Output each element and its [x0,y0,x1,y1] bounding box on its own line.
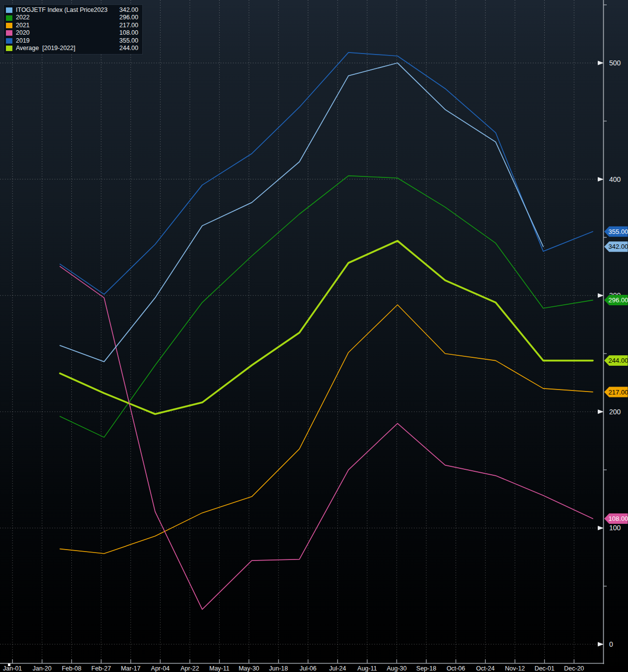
x-axis-tick-label: Aug-30 [387,665,406,672]
price-badge-244.00: 244.00 [604,355,628,366]
y-tick-arrow-icon [598,61,604,65]
y-tick-arrow-icon [598,177,604,181]
series-line-2019 [60,53,593,294]
legend-label: 2021 [16,22,114,29]
price-badge-value: 342.00 [609,243,628,250]
legend-row-average[interactable]: Average [2019-2022]244.00 [6,45,138,52]
legend-value: 355.00 [114,37,138,45]
legend-row-2021[interactable]: 2021217.00 [6,22,138,29]
x-axis-tick-label: Dec-01 [534,665,554,672]
y-axis-tick-label: 100 [609,524,621,532]
x-axis-tick-label: Jun-18 [269,665,288,672]
price-badge-108.00: 108.00 [604,513,628,524]
legend-year: 2023 [94,6,108,14]
x-axis-tick-label: Jan-20 [33,665,52,672]
y-tick-arrow-icon [598,642,604,647]
x-axis-tick-label: Apr-04 [151,665,170,672]
series-line-2022 [60,176,593,438]
y-axis-tick-label: 0 [609,640,613,648]
legend-value: 296.00 [114,14,138,21]
legend-swatch-icon [6,46,12,51]
x-axis-tick-label: Feb-08 [62,665,82,672]
x-axis-tick-label: May-30 [238,665,259,672]
legend-value: 108.00 [114,29,138,37]
legend-swatch-icon [6,7,12,13]
x-axis-tick-label: Dec-20 [564,665,584,672]
legend-swatch-icon [6,15,12,21]
legend-swatch-icon [6,23,12,28]
legend-label: 2020 [16,29,114,37]
price-badge-value: 108.00 [609,515,628,522]
x-axis-tick-label: Aug-11 [357,665,377,672]
axis-origin-marker [8,664,10,666]
legend-value: 342.00 [114,6,138,14]
price-badge-217.00: 217.00 [604,387,628,397]
legend-value: 217.00 [114,22,138,29]
legend-row-2023[interactable]: ITOGJETF Index (Last Price)2023342.00 [6,6,138,14]
x-axis-tick-label: Sep-18 [416,665,436,672]
x-axis-tick-label: Jul-24 [329,665,346,672]
y-axis-tick-label: 500 [609,59,621,67]
x-axis-tick-label: Oct-24 [476,665,495,672]
price-badge-342.00: 342.00 [604,241,628,252]
legend-label: Average [2019-2022] [16,45,114,52]
y-tick-arrow-icon [598,409,604,414]
x-axis-tick-label: Jan-01 [3,665,22,672]
legend-label: 2019 [16,37,114,45]
x-axis-tick-label: Jul-06 [299,665,316,672]
series-line-2020 [60,267,593,610]
legend-row-2022[interactable]: 2022296.00 [6,14,138,21]
x-axis-tick-label: Oct-06 [447,665,465,672]
price-badge-355.00: 355.00 [604,226,628,237]
legend-label: ITOGJETF Index (Last Price) [16,6,94,14]
y-tick-arrow-icon [598,293,604,298]
x-axis-tick-label: Mar-17 [121,665,141,672]
y-axis-tick-label: 200 [609,408,621,416]
price-badge-value: 296.00 [609,296,628,304]
legend-row-2019[interactable]: 2019355.00 [6,37,138,45]
legend-swatch-icon [6,30,12,36]
price-badge-296.00: 296.00 [604,295,628,305]
y-tick-arrow-icon [598,526,604,530]
chart-window: Jan-01Jan-20Feb-08Feb-27Mar-17Apr-04Apr-… [0,0,628,672]
x-axis-tick-label: Feb-27 [91,665,111,672]
x-axis-tick-label: May-11 [209,665,229,672]
y-axis-tick-label: 400 [609,175,621,183]
legend-value: 244.00 [114,45,138,52]
series-line-2021 [60,305,593,554]
legend-swatch-icon [6,38,12,44]
chart-canvas[interactable]: Jan-01Jan-20Feb-08Feb-27Mar-17Apr-04Apr-… [0,0,628,672]
legend-row-2020[interactable]: 2020108.00 [6,29,138,37]
legend-label: 2022 [16,14,114,21]
price-badge-value: 217.00 [609,389,628,396]
x-axis-tick-label: Apr-22 [180,665,199,672]
chart-legend: ITOGJETF Index (Last Price)2023342.00202… [3,4,143,55]
price-badge-value: 244.00 [609,357,628,364]
price-badge-value: 355.00 [609,228,628,235]
x-axis-tick-label: Nov-12 [505,665,525,672]
